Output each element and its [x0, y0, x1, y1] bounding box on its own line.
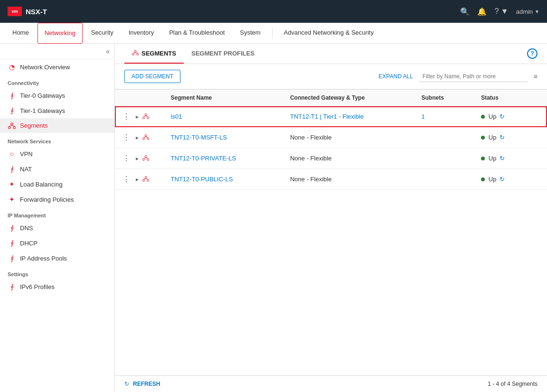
row3-name-link[interactable]: TNT12-T0-PRIVATE-LS	[171, 155, 236, 162]
expand-all-button[interactable]: EXPAND ALL	[378, 73, 413, 80]
row3-expand-button[interactable]: ▸	[134, 154, 141, 163]
col-header-actions	[115, 90, 165, 106]
row3-segment-icon	[142, 155, 149, 162]
svg-line-28	[143, 178, 146, 179]
row1-gateway-link[interactable]: TNT12-T1 | Tier1 - Flexible	[290, 113, 364, 120]
sidebar-item-dhcp[interactable]: ⨎ DHCP	[0, 235, 114, 251]
col-header-status: Status	[475, 90, 547, 106]
row2-expand-button[interactable]: ▸	[134, 133, 141, 142]
vpn-label: VPN	[20, 150, 33, 158]
row4-name-link[interactable]: TNT12-T0-PUBLIC-LS	[171, 176, 233, 183]
row1-menu-button[interactable]: ⋮	[121, 111, 132, 122]
row1-subnets-link[interactable]: 1	[421, 113, 424, 120]
row2-actions: ⋮ ▸	[121, 132, 160, 143]
collapse-sidebar-button[interactable]: «	[106, 47, 110, 55]
sidebar-item-network-overview[interactable]: ◔ Network Overview	[0, 59, 114, 75]
sidebar-item-tier0-gateways[interactable]: ⨎ Tier-0 Gateways	[0, 88, 114, 103]
nav-item-security[interactable]: Security	[85, 23, 120, 44]
svg-point-16	[142, 138, 144, 140]
row4-status-dot	[481, 177, 485, 181]
search-icon[interactable]: 🔍	[460, 7, 470, 16]
row4-status-cell: Up ↻	[475, 169, 547, 190]
row4-gateway-cell: None - Flexible	[284, 169, 416, 190]
svg-line-14	[146, 115, 148, 117]
tab-segments[interactable]: SEGMENTS	[124, 44, 184, 64]
topbar: vm NSX-T 🔍 🔔 ? ▼ admin ▼	[0, 0, 547, 23]
add-segment-button[interactable]: ADD SEGMENT	[124, 70, 180, 83]
row1-expand-button[interactable]: ▸	[134, 112, 141, 121]
filter-input[interactable]	[419, 71, 528, 82]
username-label: admin	[516, 8, 533, 15]
svg-point-1	[8, 126, 10, 129]
svg-point-25	[145, 176, 147, 178]
sidebar-item-ipv6-profiles[interactable]: ⨎ IPv6 Profiles	[0, 279, 114, 294]
sidebar-item-vpn[interactable]: ○ VPN	[0, 146, 114, 161]
sidebar-item-segments[interactable]: Segments	[0, 118, 114, 133]
row1-gateway-cell: TNT12-T1 | Tier1 - Flexible	[284, 106, 416, 127]
vm-icon: vm	[8, 7, 22, 16]
settings-section-title: Settings	[0, 266, 114, 279]
svg-line-18	[143, 136, 146, 138]
row1-refresh-icon[interactable]: ↻	[500, 113, 505, 120]
svg-point-27	[147, 179, 149, 181]
row3-refresh-icon[interactable]: ↻	[500, 155, 505, 162]
network-services-section-title: Network Services	[0, 133, 114, 146]
row2-name-link[interactable]: TNT12-T0-MSFT-LS	[171, 134, 227, 141]
row4-segment-icon	[142, 176, 149, 183]
row4-expand-button[interactable]: ▸	[134, 175, 141, 184]
sidebar-item-ip-address-pools[interactable]: ⨎ IP Address Pools	[0, 251, 114, 266]
ip-management-section-title: IP Management	[0, 207, 114, 220]
row2-menu-button[interactable]: ⋮	[121, 132, 132, 143]
svg-line-8	[133, 52, 135, 54]
row1-actions-cell: ⋮ ▸	[115, 106, 165, 127]
main-layout: « ◔ Network Overview Connectivity ⨎ Tier…	[0, 44, 547, 392]
svg-line-23	[143, 157, 146, 159]
ipv6-icon: ⨎	[8, 283, 16, 290]
help-circle-icon[interactable]: ?	[527, 48, 538, 59]
row3-status-text: Up	[489, 155, 497, 162]
col-header-name: Segment Name	[165, 90, 284, 106]
tabs: SEGMENTS SEGMENT PROFILES ?	[115, 44, 547, 64]
refresh-button[interactable]: REFRESH	[133, 381, 160, 387]
row1-status-text: Up	[489, 113, 497, 120]
sidebar-item-load-balancing[interactable]: ✦ Load Balancing	[0, 177, 114, 192]
sidebar-item-dns[interactable]: ⨎ DNS	[0, 220, 114, 235]
sidebar-item-forwarding-policies[interactable]: ✦ Forwarding Policies	[0, 192, 114, 207]
tier0-icon: ⨎	[8, 92, 16, 99]
row3-menu-button[interactable]: ⋮	[121, 153, 132, 164]
segments-icon	[8, 122, 16, 129]
row1-status-cell: Up ↻	[475, 106, 547, 127]
nav-item-advanced[interactable]: Advanced Networking & Security	[277, 23, 380, 44]
ip-pools-icon: ⨎	[8, 254, 16, 262]
bell-icon[interactable]: 🔔	[477, 7, 487, 16]
svg-line-29	[146, 178, 148, 179]
svg-point-7	[137, 53, 139, 55]
nav-item-inventory[interactable]: Inventory	[122, 23, 160, 44]
svg-point-0	[11, 122, 13, 125]
ip-pools-label: IP Address Pools	[20, 255, 67, 262]
dns-label: DNS	[20, 224, 33, 232]
svg-point-17	[147, 138, 149, 140]
row1-status-dot	[481, 115, 485, 119]
nav-item-system[interactable]: System	[233, 23, 267, 44]
sidebar-item-nat[interactable]: ⨎ NAT	[0, 161, 114, 177]
vpn-icon: ○	[8, 150, 16, 158]
nat-label: NAT	[20, 166, 32, 173]
sidebar-item-tier1-gateways[interactable]: ⨎ Tier-1 Gateways	[0, 103, 114, 118]
toolbar: ADD SEGMENT EXPAND ALL ≡	[115, 64, 547, 89]
tab-segment-profiles[interactable]: SEGMENT PROFILES	[184, 44, 262, 64]
row-count-label: 1 - 4 of 4 Segments	[488, 381, 538, 387]
tier0-label: Tier-0 Gateways	[20, 92, 65, 99]
help-icon[interactable]: ? ▼	[494, 7, 508, 16]
row4-subnets-cell	[415, 169, 475, 190]
row4-menu-button[interactable]: ⋮	[121, 174, 132, 185]
nav-item-plan-troubleshoot[interactable]: Plan & Troubleshoot	[162, 23, 231, 44]
row4-refresh-icon[interactable]: ↻	[500, 176, 505, 183]
row3-actions: ⋮ ▸	[121, 153, 160, 164]
row1-name-link[interactable]: ls01	[171, 113, 182, 120]
row2-refresh-icon[interactable]: ↻	[500, 134, 505, 141]
svg-point-20	[145, 155, 147, 157]
user-menu[interactable]: admin ▼	[516, 8, 539, 15]
nav-item-home[interactable]: Home	[6, 23, 36, 44]
nav-item-networking[interactable]: Networking	[38, 23, 83, 44]
